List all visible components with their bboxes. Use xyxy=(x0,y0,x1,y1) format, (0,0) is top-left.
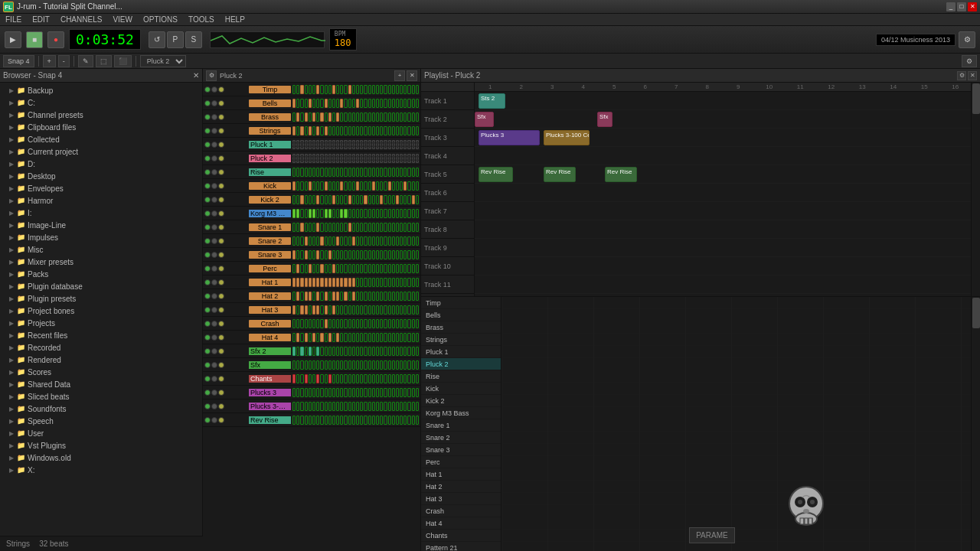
step-2-6[interactable] xyxy=(316,112,319,122)
step-9-25[interactable] xyxy=(392,209,395,218)
step-9-0[interactable] xyxy=(292,209,296,218)
step-16-19[interactable] xyxy=(368,305,371,315)
step-5-17[interactable] xyxy=(360,154,363,163)
step-1-31[interactable] xyxy=(416,99,419,108)
seq-row-name[interactable]: Hat 3 xyxy=(249,306,291,314)
step-7-11[interactable] xyxy=(336,181,339,191)
step-22-0[interactable] xyxy=(292,388,296,397)
step-15-7[interactable] xyxy=(320,292,323,301)
step-18-4[interactable] xyxy=(309,333,312,342)
step-2-0[interactable] xyxy=(292,112,296,122)
step-15-27[interactable] xyxy=(400,292,403,301)
seq-row-name[interactable]: Plucks 3 xyxy=(249,389,291,396)
seq-mute-dot[interactable] xyxy=(204,417,211,423)
step-3-14[interactable] xyxy=(348,126,351,135)
step-18-26[interactable] xyxy=(396,333,399,342)
step-2-12[interactable] xyxy=(340,112,343,122)
sidebar-item-x-[interactable]: ▶ 📁 X: xyxy=(0,464,202,476)
step-14-6[interactable] xyxy=(316,278,319,287)
step-11-16[interactable] xyxy=(356,236,359,246)
step-18-12[interactable] xyxy=(340,333,343,342)
step-22-4[interactable] xyxy=(309,388,312,397)
step-1-24[interactable] xyxy=(388,99,391,108)
step-3-7[interactable] xyxy=(320,126,323,135)
step-1-27[interactable] xyxy=(400,99,403,108)
step-3-10[interactable] xyxy=(332,126,335,135)
seq-fx-dot[interactable] xyxy=(218,293,224,299)
step-16-16[interactable] xyxy=(356,305,359,315)
step-14-23[interactable] xyxy=(384,278,387,287)
seq-row-name[interactable]: Kick 2 xyxy=(249,196,291,204)
step-17-11[interactable] xyxy=(336,319,339,328)
step-24-28[interactable] xyxy=(403,416,407,425)
step-1-14[interactable] xyxy=(348,99,351,108)
step-24-1[interactable] xyxy=(296,416,299,425)
step-17-17[interactable] xyxy=(360,319,363,328)
step-16-24[interactable] xyxy=(388,305,391,315)
step-19-24[interactable] xyxy=(388,347,391,356)
step-13-20[interactable] xyxy=(372,264,375,273)
step-19-19[interactable] xyxy=(368,347,371,356)
step-11-19[interactable] xyxy=(368,236,371,246)
step-22-14[interactable] xyxy=(348,388,351,397)
step-1-4[interactable] xyxy=(309,99,312,108)
pattern-item-1[interactable]: Bells xyxy=(421,309,501,321)
step-6-19[interactable] xyxy=(368,168,371,177)
step-24-0[interactable] xyxy=(292,416,296,425)
step-17-3[interactable] xyxy=(305,319,308,328)
step-24-26[interactable] xyxy=(396,416,399,425)
step-15-21[interactable] xyxy=(376,292,379,301)
step-1-16[interactable] xyxy=(356,99,359,108)
step-24-10[interactable] xyxy=(332,416,335,425)
step-6-7[interactable] xyxy=(320,168,323,177)
pattern-item-6[interactable]: Rise xyxy=(421,370,501,383)
step-10-27[interactable] xyxy=(400,223,403,232)
seq-fx-dot[interactable] xyxy=(218,307,224,313)
playlist-block-7[interactable]: Rev Rise xyxy=(605,167,637,182)
step-23-10[interactable] xyxy=(332,402,335,411)
step-22-1[interactable] xyxy=(296,388,299,397)
step-15-6[interactable] xyxy=(316,292,319,301)
step-14-24[interactable] xyxy=(388,278,391,287)
step-3-19[interactable] xyxy=(368,126,371,135)
step-24-29[interactable] xyxy=(407,416,410,425)
step-6-23[interactable] xyxy=(384,168,387,177)
seq-solo-dot[interactable] xyxy=(211,238,217,244)
step-23-27[interactable] xyxy=(400,402,403,411)
step-14-7[interactable] xyxy=(320,278,323,287)
step-7-3[interactable] xyxy=(305,181,308,191)
step-19-5[interactable] xyxy=(312,347,315,356)
step-0-8[interactable] xyxy=(325,85,328,94)
step-22-26[interactable] xyxy=(396,388,399,397)
step-22-9[interactable] xyxy=(328,388,332,397)
step-24-23[interactable] xyxy=(384,416,387,425)
step-9-24[interactable] xyxy=(388,209,391,218)
step-1-9[interactable] xyxy=(328,99,332,108)
step-13-8[interactable] xyxy=(325,264,328,273)
seq-row-name[interactable]: Chants xyxy=(249,375,291,383)
step-3-5[interactable] xyxy=(312,126,315,135)
seq-mute-dot[interactable] xyxy=(204,348,211,354)
step-15-5[interactable] xyxy=(312,292,315,301)
sidebar-item-d-[interactable]: ▶ 📁 D: xyxy=(0,158,202,170)
step-17-8[interactable] xyxy=(325,319,328,328)
pattern-item-13[interactable]: Perc xyxy=(421,456,501,468)
seq-solo-dot[interactable] xyxy=(211,86,217,93)
step-15-10[interactable] xyxy=(332,292,335,301)
step-4-23[interactable] xyxy=(384,140,387,149)
step-7-31[interactable] xyxy=(416,181,419,191)
step-15-1[interactable] xyxy=(296,292,299,301)
seq-solo-dot[interactable] xyxy=(211,321,217,327)
step-14-9[interactable] xyxy=(328,278,332,287)
step-18-25[interactable] xyxy=(392,333,395,342)
step-0-31[interactable] xyxy=(416,85,419,94)
step-21-2[interactable] xyxy=(300,374,303,383)
seq-row-name[interactable]: Snare 3 xyxy=(249,251,291,259)
step-15-12[interactable] xyxy=(340,292,343,301)
step-5-10[interactable] xyxy=(332,154,335,163)
step-24-8[interactable] xyxy=(325,416,328,425)
step-10-20[interactable] xyxy=(372,223,375,232)
step-4-20[interactable] xyxy=(372,140,375,149)
step-0-3[interactable] xyxy=(305,85,308,94)
step-1-28[interactable] xyxy=(403,99,407,108)
